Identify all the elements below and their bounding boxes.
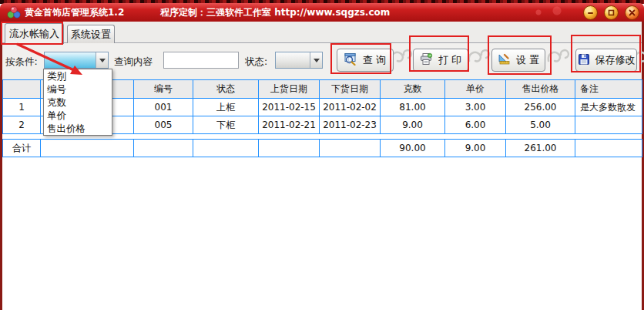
floppy-disk-icon xyxy=(578,53,590,68)
tab-label: 系统设置 xyxy=(71,28,111,42)
cell xyxy=(41,140,134,157)
button-label: 保存修改 xyxy=(595,53,636,67)
tab-system-settings[interactable]: 系统设置 xyxy=(67,25,115,44)
chevron-down-icon xyxy=(99,59,106,62)
maximize-button[interactable] xyxy=(604,5,619,20)
cell-row-number: 2 xyxy=(3,116,41,134)
button-label: 设 置 xyxy=(516,53,539,67)
cell-on-date: 2011-02-21 xyxy=(259,116,320,134)
condition-combobox-value xyxy=(45,52,96,68)
chevron-down-icon xyxy=(314,59,320,62)
minimize-button[interactable] xyxy=(583,5,598,20)
search-grid-icon xyxy=(344,52,357,68)
cell-row-number: 1 xyxy=(3,99,41,116)
totals-row: 合计 90.00 9.00 261.00 xyxy=(3,140,642,157)
dropdown-option-unit-price[interactable]: 单价 xyxy=(44,109,112,122)
dropdown-option-grams[interactable]: 克数 xyxy=(44,96,112,109)
button-label: 查 询 xyxy=(363,53,386,67)
cell-total-label: 合计 xyxy=(3,140,41,157)
cell-status: 下柜 xyxy=(193,116,259,134)
titlebar-ornament xyxy=(525,5,571,20)
save-button[interactable]: 保存修改 xyxy=(575,49,637,72)
cell-unit-price: 6.00 xyxy=(445,116,506,134)
dropdown-option-number[interactable]: 编号 xyxy=(44,83,112,96)
status-combobox[interactable] xyxy=(275,52,323,69)
query-button[interactable]: 查 询 xyxy=(337,49,394,72)
column-header: 下货日期 xyxy=(320,80,381,99)
status-dropdown-button[interactable] xyxy=(310,52,322,68)
cell-number: 005 xyxy=(134,116,193,134)
cell-remark: 是大多数散发 xyxy=(575,99,642,116)
column-header: 上货日期 xyxy=(259,80,320,99)
close-button[interactable] xyxy=(625,5,639,20)
cell-total-grams: 90.00 xyxy=(381,140,445,157)
tab-bar: 流水帐输入 系统设置 xyxy=(2,22,642,43)
totals-grid: 合计 90.00 9.00 261.00 xyxy=(2,139,642,157)
cell-status: 上柜 xyxy=(193,99,259,116)
cell-remark xyxy=(575,116,642,134)
cell xyxy=(134,140,193,157)
cell-unit-price: 3.00 xyxy=(445,99,506,116)
cell-on-date: 2011-02-15 xyxy=(259,99,320,116)
window-subtitle: 程序定制：三强软件工作室 http://www.sqgzs.com xyxy=(160,6,390,19)
condition-combobox[interactable] xyxy=(44,52,109,69)
column-header: 状态 xyxy=(193,80,259,99)
status-label: 状态: xyxy=(245,56,267,69)
cell-total-unit-price: 9.00 xyxy=(445,140,506,157)
app-logo-icon xyxy=(6,5,22,20)
cell-off-date: 2011-02-02 xyxy=(320,99,381,116)
column-header: 单价 xyxy=(445,80,506,99)
status-combobox-value xyxy=(276,52,310,68)
cell xyxy=(575,140,642,157)
column-header: 克数 xyxy=(381,80,445,99)
cell-total-sale-price: 261.00 xyxy=(506,140,575,157)
settings-button[interactable]: 设 置 xyxy=(491,49,545,72)
condition-dropdown-list: 类别 编号 克数 单价 售出价格 xyxy=(43,69,112,136)
cell-sale-price: 5.00 xyxy=(506,116,575,134)
column-header: 编号 xyxy=(134,80,193,99)
tab-transaction-entry[interactable]: 流水帐输入 xyxy=(5,23,64,44)
button-label: 打 印 xyxy=(438,53,461,67)
printer-icon xyxy=(420,52,433,68)
dropdown-option-sale-price[interactable]: 售出价格 xyxy=(44,122,112,135)
print-button[interactable]: 打 印 xyxy=(413,49,468,72)
cell-grams: 9.00 xyxy=(381,116,445,134)
app-window: 黄金首饰店管理系统1.2 程序定制：三强软件工作室 http://www.sqg… xyxy=(0,0,644,310)
cell-sale-price: 256.00 xyxy=(506,99,575,116)
column-header: 售出价格 xyxy=(506,80,575,99)
ruler-pencil-icon xyxy=(498,52,511,68)
cell-number: 001 xyxy=(134,99,193,116)
search-input[interactable] xyxy=(163,52,239,69)
titlebar: 黄金首饰店管理系统1.2 程序定制：三强软件工作室 http://www.sqg… xyxy=(0,3,644,22)
cell-off-date: 2011-02-23 xyxy=(320,116,381,134)
condition-dropdown-button[interactable] xyxy=(96,52,108,68)
window-title: 黄金首饰店管理系统1.2 xyxy=(25,6,124,19)
tab-label: 流水帐输入 xyxy=(9,27,59,41)
cell xyxy=(320,140,381,157)
dropdown-option-category[interactable]: 类别 xyxy=(44,69,112,83)
cell-grams: 81.00 xyxy=(381,99,445,116)
cell xyxy=(193,140,259,157)
condition-label: 按条件: xyxy=(5,56,38,69)
column-header: 备注 xyxy=(575,80,642,99)
column-header xyxy=(3,80,41,99)
cell xyxy=(259,140,320,157)
search-label: 查询内容 xyxy=(114,56,153,69)
